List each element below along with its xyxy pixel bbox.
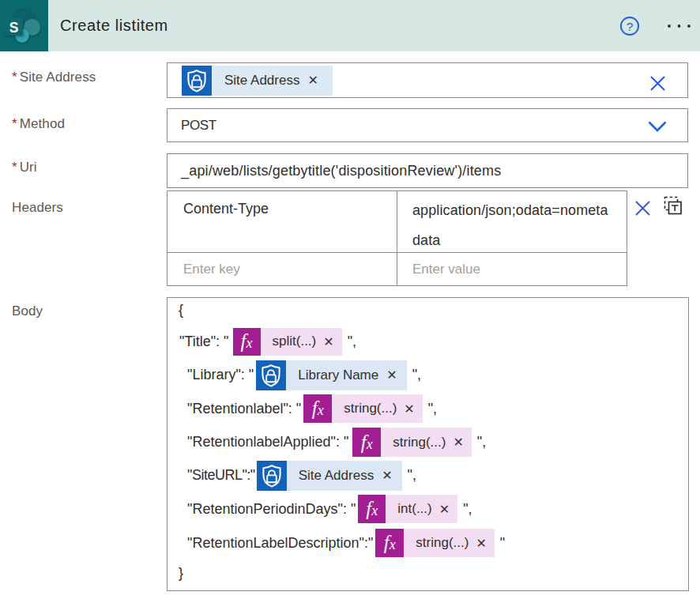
svg-text:?: ? <box>627 20 634 33</box>
svg-text:S: S <box>9 20 19 36</box>
